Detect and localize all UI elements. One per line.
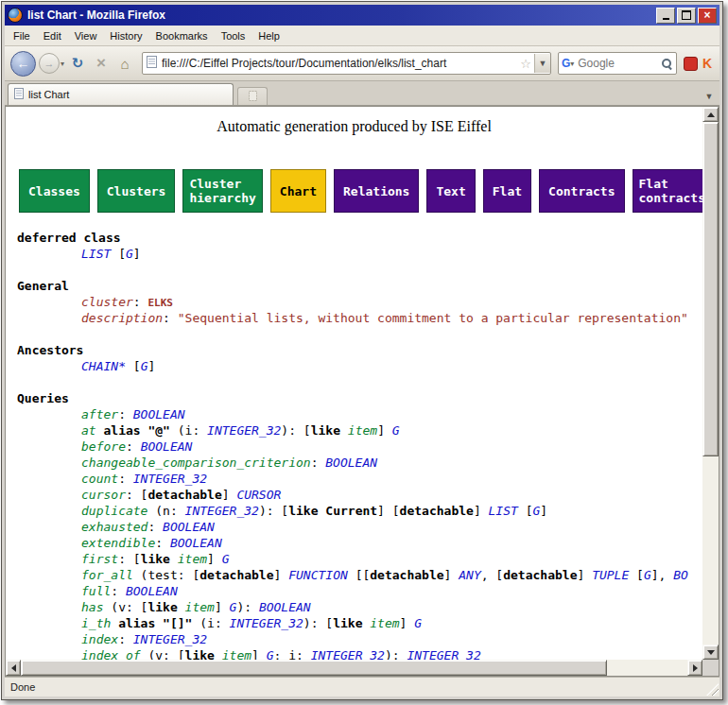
chart-button-text[interactable]: Text <box>426 169 475 213</box>
url-bar[interactable]: ☆ ▼ <box>142 52 551 75</box>
url-dropdown-button[interactable]: ▼ <box>534 54 550 73</box>
tab-label: list Chart <box>28 89 69 100</box>
doc-line: CHAIN* [G] <box>17 358 702 374</box>
search-box[interactable]: G ▾ <box>558 52 677 75</box>
menu-history[interactable]: History <box>103 27 148 44</box>
vertical-scrollbar[interactable] <box>702 107 719 660</box>
title-bar[interactable]: list Chart - Mozilla Firefox × <box>5 5 719 26</box>
arrow-left-icon <box>11 664 16 672</box>
horizontal-scroll-thumb[interactable] <box>21 660 607 676</box>
tab-list-chart[interactable]: list Chart <box>8 83 234 105</box>
menu-file[interactable]: File <box>7 27 37 44</box>
menu-edit[interactable]: Edit <box>37 27 68 44</box>
menu-help[interactable]: Help <box>251 27 286 44</box>
horizontal-scrollbar[interactable] <box>6 660 702 676</box>
menu-bar: FileEditViewHistoryBookmarksToolsHelp <box>5 26 719 46</box>
tab-bar: list Chart ▼ <box>5 81 719 106</box>
status-text: Done <box>10 681 35 693</box>
doc-line: exhausted: BOOLEAN <box>17 519 702 535</box>
close-button[interactable]: × <box>698 8 717 24</box>
search-icon[interactable] <box>661 58 673 70</box>
page-title: Automatic generation produced by ISE Eif… <box>6 118 702 135</box>
chart-button-flat-contracts[interactable]: Flat contracts <box>633 169 702 213</box>
doc-line: i_th alias "[]" (i: INTEGER_32): [like i… <box>17 615 702 631</box>
chart-button-clusters[interactable]: Clusters <box>97 169 176 213</box>
window-title: list Chart - Mozilla Firefox <box>27 9 651 22</box>
history-dropdown-icon[interactable]: ▾ <box>61 60 64 68</box>
chart-button-cluster-hierarchy[interactable]: Cluster hierarchy <box>182 169 262 213</box>
doc-line: at alias "@" (i: INTEGER_32): [like item… <box>17 422 702 438</box>
search-input[interactable] <box>576 56 659 71</box>
search-engine-dropdown-icon[interactable]: ▾ <box>570 60 574 68</box>
chart-button-flat[interactable]: Flat <box>483 169 531 213</box>
doc-line: first: [like item] G <box>17 551 702 567</box>
minimize-button[interactable] <box>656 8 675 24</box>
chart-button-contracts[interactable]: Contracts <box>539 169 624 213</box>
bookmark-star-icon[interactable]: ☆ <box>520 57 531 71</box>
doc-line: changeable_comparison_criterion: BOOLEAN <box>17 455 702 471</box>
doc-line: cursor: [detachable] CURSOR <box>17 487 702 503</box>
vertical-scroll-thumb[interactable] <box>702 122 719 456</box>
doc-line: before: BOOLEAN <box>17 438 702 455</box>
page-document: Automatic generation produced by ISE Eif… <box>6 107 702 660</box>
content-area: Automatic generation produced by ISE Eif… <box>5 106 719 677</box>
maximize-icon <box>682 10 691 20</box>
arrow-up-icon <box>707 112 715 117</box>
doc-line: extendible: BOOLEAN <box>17 535 702 551</box>
new-tab-icon <box>249 88 257 105</box>
arrow-right-icon <box>693 664 698 672</box>
doc-line: index_of (v: [like item] G; i: INTEGER_3… <box>17 647 702 660</box>
maximize-button[interactable] <box>677 8 696 24</box>
menu-bookmarks[interactable]: Bookmarks <box>149 27 215 44</box>
url-input[interactable] <box>160 56 517 71</box>
doc-line: description: "Sequential lists, without … <box>17 310 702 326</box>
tab-page-icon <box>14 88 24 101</box>
chart-button-chart[interactable]: Chart <box>270 169 326 213</box>
doc-line <box>17 262 702 278</box>
status-bar: Done <box>5 677 719 696</box>
doc-line: full: BOOLEAN <box>17 583 702 599</box>
horizontal-scroll-track[interactable] <box>21 660 687 676</box>
doc-line: duplicate (n: INTEGER_32): [like Current… <box>17 503 702 519</box>
arrow-down-icon <box>707 650 715 655</box>
stop-button[interactable]: × <box>91 53 112 74</box>
home-button[interactable]: ⌂ <box>114 53 135 74</box>
scroll-down-button[interactable] <box>702 645 719 660</box>
addon-icon-k[interactable]: K <box>702 56 712 71</box>
doc-line: has (v: [like item] G): BOOLEAN <box>17 599 702 615</box>
doc-line: deferred class <box>17 230 702 246</box>
doc-line <box>17 374 702 390</box>
doc-line: Ancestors <box>17 342 702 358</box>
navigation-toolbar: ← → ▾ ↻ × ⌂ ☆ ▼ G ▾ K <box>5 46 719 81</box>
scrollbar-corner <box>702 660 719 676</box>
tab-list-dropdown[interactable]: ▼ <box>702 88 717 105</box>
resize-grip[interactable] <box>706 683 719 696</box>
menu-tools[interactable]: Tools <box>215 27 252 44</box>
doc-line: after: BOOLEAN <box>17 406 702 422</box>
new-tab-button[interactable] <box>237 87 268 105</box>
doc-line: LIST [G] <box>17 246 702 262</box>
chart-nav-buttons: ClassesClustersCluster hierarchyChartRel… <box>19 169 702 213</box>
chart-button-classes[interactable]: Classes <box>19 169 90 213</box>
vertical-scroll-track[interactable] <box>702 122 719 645</box>
addon-icon-red[interactable] <box>684 57 698 71</box>
doc-line: for_all (test: [detachable] FUNCTION [[d… <box>17 567 702 583</box>
minimize-icon <box>663 18 669 20</box>
firefox-logo-icon <box>8 8 23 23</box>
scroll-right-button[interactable] <box>687 660 702 676</box>
scroll-left-button[interactable] <box>6 660 21 676</box>
menu-view[interactable]: View <box>68 27 104 44</box>
window-controls: × <box>656 8 717 24</box>
forward-button[interactable]: → <box>39 53 60 74</box>
refresh-button[interactable]: ↻ <box>67 53 88 74</box>
back-button[interactable]: ← <box>10 51 36 77</box>
page-icon <box>147 55 157 72</box>
doc-line: General <box>17 278 702 294</box>
doc-line <box>17 326 702 342</box>
document-lines: deferred classLIST [G] Generalcluster: E… <box>17 230 702 660</box>
doc-line: Queries <box>17 390 702 406</box>
browser-window: list Chart - Mozilla Firefox × FileEditV… <box>1 1 723 700</box>
google-logo-icon: G <box>562 57 570 70</box>
scroll-up-button[interactable] <box>702 107 719 122</box>
chart-button-relations[interactable]: Relations <box>334 169 419 213</box>
